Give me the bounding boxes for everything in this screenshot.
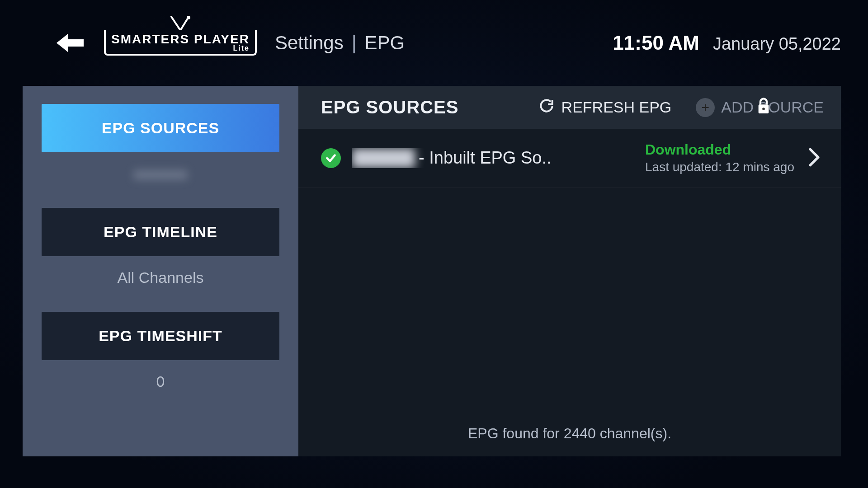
source-name: - Inbuilt EPG So..: [352, 148, 552, 168]
breadcrumb: Settings | EPG: [275, 32, 405, 54]
lock-icon: [755, 96, 772, 116]
svg-line-1: [180, 19, 188, 30]
logo-main-text: SMARTERS PLAYER: [111, 33, 250, 46]
svg-point-4: [762, 108, 765, 110]
sidebar-item-label: EPG SOURCES: [102, 119, 219, 136]
content-title: EPG SOURCES: [321, 97, 519, 117]
content-footer: EPG found for 2440 channel(s).: [298, 413, 841, 456]
content-header: EPG SOURCES REFRESH EPG + ADD SOURCE: [298, 86, 841, 129]
clock-time: 11:50 AM: [613, 32, 699, 54]
sidebar-sub-epg-timeline: All Channels: [42, 269, 279, 286]
sidebar-item-epg-timeshift[interactable]: EPG TIMESHIFT: [42, 312, 279, 360]
check-icon: [321, 148, 341, 168]
top-bar: SMARTERS PLAYER Lite Settings | EPG 11:5…: [0, 0, 868, 86]
content-panel: EPG SOURCES REFRESH EPG + ADD SOURCE: [298, 86, 841, 456]
source-status: Downloaded: [645, 141, 794, 158]
sidebar-item-label: EPG TIMELINE: [104, 223, 217, 240]
sidebar-sub-epg-sources: xxxxxxx: [42, 165, 279, 183]
sidebar-sub-epg-timeshift: 0: [42, 373, 279, 390]
sidebar-item-epg-timeline[interactable]: EPG TIMELINE: [42, 208, 279, 256]
refresh-icon: [538, 97, 555, 118]
sidebar-item-label: EPG TIMESHIFT: [99, 327, 222, 344]
sidebar-item-epg-sources[interactable]: EPG SOURCES: [42, 104, 279, 152]
svg-line-0: [171, 17, 180, 30]
refresh-epg-button[interactable]: REFRESH EPG: [533, 94, 677, 122]
breadcrumb-settings[interactable]: Settings: [275, 32, 344, 54]
clock-date: January 05,2022: [713, 34, 841, 54]
plus-icon: +: [696, 98, 715, 117]
source-name-suffix: - Inbuilt EPG So..: [419, 148, 552, 168]
settings-sidebar: EPG SOURCES xxxxxxx EPG TIMELINE All Cha…: [23, 86, 298, 456]
clock: 11:50 AM January 05,2022: [613, 32, 841, 54]
logo-sub-text: Lite: [233, 45, 249, 52]
source-name-redacted: [352, 148, 415, 168]
source-meta: Downloaded Last updated: 12 mins ago: [645, 141, 794, 174]
source-last-updated: Last updated: 12 mins ago: [645, 160, 794, 174]
back-button[interactable]: [50, 27, 90, 59]
arrow-left-icon: [54, 32, 86, 54]
chevron-right-icon: [808, 147, 821, 169]
breadcrumb-separator: |: [352, 32, 357, 54]
app-logo: SMARTERS PLAYER Lite: [104, 30, 257, 56]
epg-source-row[interactable]: - Inbuilt EPG So.. Downloaded Last updat…: [298, 129, 841, 188]
add-source-label: ADD SOURCE: [721, 99, 824, 116]
breadcrumb-epg: EPG: [365, 32, 405, 54]
svg-point-2: [187, 16, 190, 19]
main-area: EPG SOURCES xxxxxxx EPG TIMELINE All Cha…: [23, 86, 841, 456]
refresh-epg-label: REFRESH EPG: [561, 99, 672, 116]
tv-antenna-icon: [167, 16, 194, 30]
